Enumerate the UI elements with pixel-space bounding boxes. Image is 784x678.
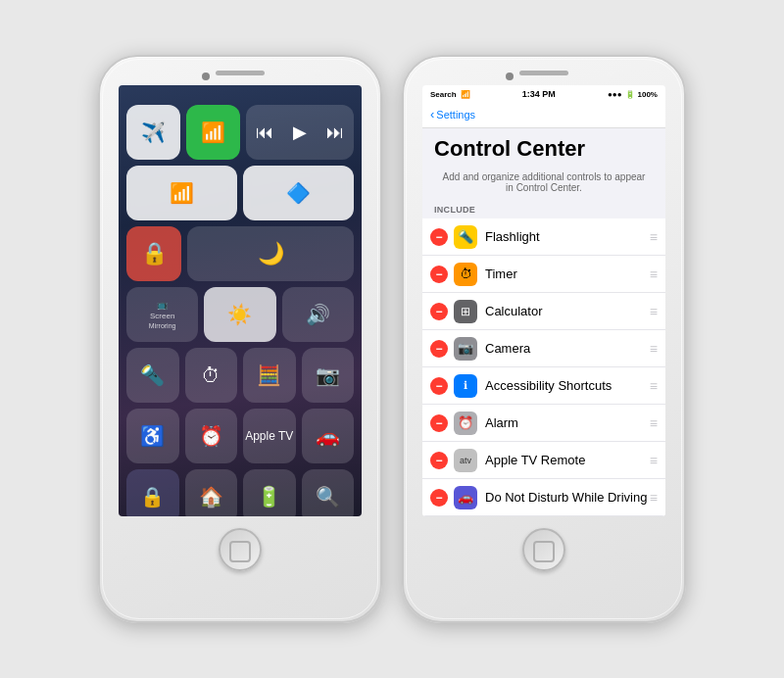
phone-camera xyxy=(202,73,210,80)
cc-volume-btn[interactable]: 🔊 xyxy=(282,287,354,342)
remove-flashlight-btn[interactable]: − xyxy=(430,228,448,246)
cc-accessibility-btn[interactable]: ♿ xyxy=(126,409,179,463)
list-item[interactable]: − atv Apple TV Remote ≡ xyxy=(422,442,665,479)
cc-cellular-btn[interactable]: 📶 xyxy=(186,105,240,160)
dnd-driving-label: Do Not Disturb While Driving xyxy=(485,490,650,505)
remove-calculator-btn[interactable]: − xyxy=(430,303,448,320)
drag-handle[interactable]: ≡ xyxy=(650,415,658,431)
cc-mirror-label: Mirroring xyxy=(149,322,176,329)
back-label: Settings xyxy=(436,109,475,121)
drag-handle[interactable]: ≡ xyxy=(650,453,658,468)
page-title: Control Center xyxy=(434,136,654,162)
settings-list: − 🔦 Flashlight ≡ − ⏱ Timer ≡ − ⊞ Calcula… xyxy=(422,218,665,516)
remove-dnd-btn[interactable]: − xyxy=(430,489,448,507)
remove-camera-btn[interactable]: − xyxy=(430,340,448,358)
page-subtitle: Add and organize additional controls to … xyxy=(422,168,665,201)
timer-label: Timer xyxy=(485,266,650,281)
camera-label: Camera xyxy=(485,341,650,356)
cc-calculator-btn[interactable]: 🧮 xyxy=(243,348,296,403)
list-item[interactable]: − ⊞ Calculator ≡ xyxy=(422,293,665,330)
list-item[interactable]: − ⏰ Alarm ≡ xyxy=(422,405,665,442)
cc-screen-mirror-btn[interactable]: 📺 Screen Mirroring xyxy=(126,287,198,342)
list-item[interactable]: − 📷 Camera ≡ xyxy=(422,330,665,367)
cc-lockscreen-btn[interactable]: 🔒 xyxy=(126,469,179,516)
cc-screen-label: Screen xyxy=(150,312,174,320)
cc-row-4: 📺 Screen Mirroring ☀️ 🔊 xyxy=(126,287,354,342)
battery-icon: 🔋 xyxy=(625,90,635,99)
control-center-screen: ✈️ 📶 ⏮ ▶ ⏭ 📶 🔷 🔒 🌙 📺 xyxy=(119,85,362,516)
cc-battery-btn[interactable]: 🔋 xyxy=(243,469,296,516)
phone-settings: Search 📶 1:34 PM ●●● 🔋 100% ‹ Settings xyxy=(402,55,686,623)
cc-row-6: ♿ ⏰ Apple TV 🚗 xyxy=(126,409,354,463)
drag-handle[interactable]: ≡ xyxy=(650,304,658,319)
phone-control-center: ✈️ 📶 ⏮ ▶ ⏭ 📶 🔷 🔒 🌙 📺 xyxy=(98,55,382,623)
drag-handle[interactable]: ≡ xyxy=(650,378,658,394)
phone2-speaker xyxy=(519,71,568,75)
cc-car-btn[interactable]: 🚗 xyxy=(302,409,355,463)
drag-handle[interactable]: ≡ xyxy=(650,229,658,245)
list-item[interactable]: − ℹ Accessibility Shortcuts ≡ xyxy=(422,367,665,405)
chevron-left-icon: ‹ xyxy=(430,107,434,121)
cc-row-3: 🔒 🌙 xyxy=(126,226,354,281)
cc-wifi-btn[interactable]: 📶 xyxy=(126,166,237,220)
list-item[interactable]: − ⏱ Timer ≡ xyxy=(422,256,665,293)
flashlight-icon: 🔦 xyxy=(454,225,477,249)
cc-row-1: ✈️ 📶 ⏮ ▶ ⏭ xyxy=(126,105,354,160)
accessibility-icon: ℹ xyxy=(454,374,477,398)
cc-next-icon[interactable]: ⏭ xyxy=(326,122,344,143)
alarm-icon: ⏰ xyxy=(454,412,477,435)
remove-alarm-btn[interactable]: − xyxy=(430,414,448,432)
back-button[interactable]: ‹ Settings xyxy=(430,107,658,121)
cc-flashlight-btn[interactable]: 🔦 xyxy=(126,348,179,403)
status-bar: Search 📶 1:34 PM ●●● 🔋 100% xyxy=(422,85,665,103)
remove-timer-btn[interactable]: − xyxy=(430,266,448,283)
cc-camera-btn[interactable]: 📷 xyxy=(302,348,355,403)
remove-appletv-btn[interactable]: − xyxy=(430,452,448,469)
settings-panel: Search 📶 1:34 PM ●●● 🔋 100% ‹ Settings xyxy=(422,85,665,516)
cc-row-5: 🔦 ⏱ 🧮 📷 xyxy=(126,348,354,403)
phone-speaker xyxy=(216,71,265,75)
appletv-icon: atv xyxy=(454,449,477,472)
cc-bluetooth-btn[interactable]: 🔷 xyxy=(243,166,354,220)
drag-handle[interactable]: ≡ xyxy=(650,266,658,282)
cc-prev-icon[interactable]: ⏮ xyxy=(256,122,273,143)
wifi-icon: 📶 xyxy=(461,90,470,99)
cc-play-icon[interactable]: ▶ xyxy=(293,121,307,143)
status-search-text: Search xyxy=(430,90,457,99)
settings-screen: Search 📶 1:34 PM ●●● 🔋 100% ‹ Settings xyxy=(422,85,665,516)
cc-brightness-btn[interactable]: ☀️ xyxy=(204,287,275,342)
drag-handle[interactable]: ≡ xyxy=(650,490,658,506)
cc-search-btn[interactable]: 🔍 xyxy=(302,469,355,516)
cc-row-2: 📶 🔷 xyxy=(126,166,354,220)
status-left: Search 📶 xyxy=(430,90,470,99)
list-item[interactable]: − 🔦 Flashlight ≡ xyxy=(422,218,665,256)
list-item[interactable]: − 🚗 Do Not Disturb While Driving ≡ xyxy=(422,479,665,516)
dnd-driving-icon: 🚗 xyxy=(454,486,477,509)
cc-screen-icon: 📺 xyxy=(157,300,168,310)
calculator-icon: ⊞ xyxy=(454,300,477,323)
cc-alarm-btn[interactable]: ⏰ xyxy=(185,409,238,463)
phone2-camera xyxy=(506,73,514,80)
remove-accessibility-btn[interactable]: − xyxy=(430,377,448,395)
cc-media-controls[interactable]: ⏮ ▶ ⏭ xyxy=(246,105,354,160)
appletv-label: Apple TV Remote xyxy=(485,453,650,467)
accessibility-label: Accessibility Shortcuts xyxy=(485,378,650,393)
phone2-home-button[interactable] xyxy=(522,528,565,571)
cc-home-btn[interactable]: 🏠 xyxy=(185,469,238,516)
status-right: ●●● 🔋 100% xyxy=(608,90,658,99)
cc-timer-btn[interactable]: ⏱ xyxy=(185,348,238,403)
status-time: 1:34 PM xyxy=(522,89,556,99)
drag-handle[interactable]: ≡ xyxy=(650,341,658,357)
cc-lock-btn[interactable]: 🔒 xyxy=(126,226,181,281)
camera-icon: 📷 xyxy=(454,337,477,361)
alarm-label: Alarm xyxy=(485,415,650,430)
cc-airplane-btn[interactable]: ✈️ xyxy=(126,105,180,160)
cc-row-7: 🔒 🏠 🔋 🔍 xyxy=(126,469,354,516)
section-header-include: INCLUDE xyxy=(422,201,665,218)
cc-moon-btn[interactable]: 🌙 xyxy=(187,226,354,281)
flashlight-label: Flashlight xyxy=(485,229,650,244)
battery-pct: 100% xyxy=(638,90,658,99)
cc-appletv-btn[interactable]: Apple TV xyxy=(243,409,296,463)
cc-panel: ✈️ 📶 ⏮ ▶ ⏭ 📶 🔷 🔒 🌙 📺 xyxy=(119,85,362,516)
phone-home-button[interactable] xyxy=(219,528,262,571)
